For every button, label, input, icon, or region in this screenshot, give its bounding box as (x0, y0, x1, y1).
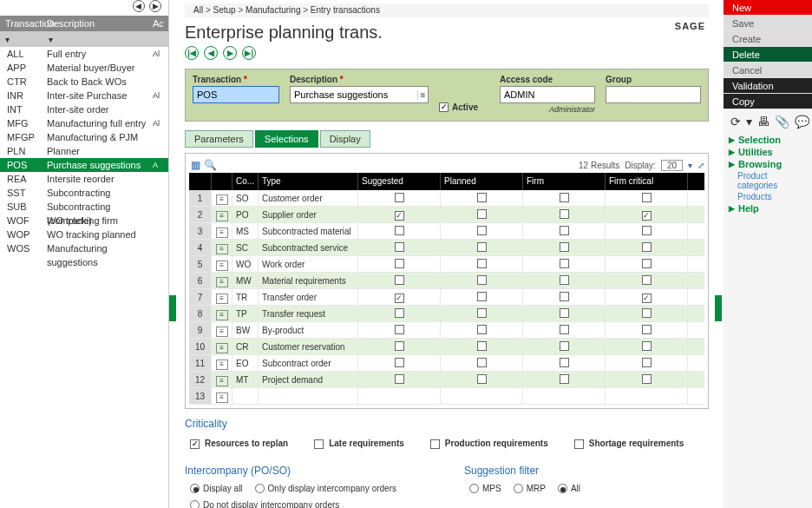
checkbox[interactable] (642, 275, 652, 285)
left-col-description[interactable]: Description (43, 16, 153, 31)
checkbox[interactable] (560, 275, 569, 285)
sidebar-item-all[interactable]: ALLFull entryAl (0, 47, 168, 61)
criticality-option[interactable]: Late requirements (314, 437, 404, 449)
checkbox[interactable] (395, 294, 404, 303)
checkbox[interactable] (642, 325, 652, 334)
checkbox[interactable] (642, 193, 652, 202)
checkbox[interactable] (477, 275, 487, 285)
menu-icon[interactable]: ≡ (417, 90, 428, 100)
cell-code[interactable]: SO (232, 190, 259, 206)
access-code-field[interactable]: 🔍 ≡ (500, 86, 595, 103)
sidebar-item-sub[interactable]: SUBSubcontracting (complete) (0, 200, 168, 214)
checkbox[interactable] (560, 193, 569, 202)
grid-col-type[interactable]: Type (259, 173, 358, 190)
cell-type[interactable]: Supplier order (259, 207, 358, 222)
checkbox[interactable] (477, 209, 487, 219)
checkbox[interactable] (560, 358, 569, 367)
save-button[interactable]: Save (724, 16, 812, 31)
row-menu-icon[interactable]: ≡ (216, 211, 228, 221)
sidebar-item-pos[interactable]: POSPurchase suggestionsA (0, 158, 168, 172)
checkbox[interactable] (314, 439, 324, 449)
delete-button[interactable]: Delete (724, 47, 812, 63)
checkbox[interactable] (574, 439, 584, 449)
checkbox[interactable] (560, 242, 569, 252)
group-field[interactable]: 🔍 ≡ (606, 86, 701, 103)
row-menu-icon[interactable]: ≡ (216, 360, 228, 370)
checkbox[interactable] (560, 308, 569, 318)
checkbox[interactable] (477, 308, 487, 318)
checkbox[interactable] (477, 341, 487, 351)
cell-type[interactable]: Subcontracted service (259, 240, 358, 255)
cell-type[interactable]: By-product (259, 322, 358, 338)
nav-utilities[interactable]: ▶Utilities (724, 146, 812, 158)
checkbox[interactable] (395, 341, 404, 351)
grid-expand-icon[interactable]: ⤢ (697, 161, 704, 170)
checkbox[interactable] (395, 374, 404, 384)
radio[interactable] (558, 484, 567, 493)
checkbox[interactable] (560, 374, 569, 384)
sidebar-item-inr[interactable]: INRInter-site PurchaseAl (0, 89, 168, 102)
cell-code[interactable] (232, 388, 259, 404)
description-input[interactable] (291, 89, 417, 100)
left-col-transaction[interactable]: Transaction (0, 16, 43, 31)
create-button[interactable]: Create (724, 31, 812, 47)
tab-display[interactable]: Display (320, 130, 370, 148)
breadcrumb-item[interactable]: Setup (213, 5, 236, 15)
grid-col-firm-critical[interactable]: Firm critical (606, 173, 688, 190)
grid-display-dropdown[interactable]: 20 (661, 160, 683, 171)
cell-code[interactable]: PO (232, 207, 259, 222)
attach-icon[interactable]: 📎 (775, 115, 789, 129)
cell-code[interactable]: BW (232, 322, 259, 338)
sidebar-item-wop[interactable]: WOPWO tracking planned (0, 228, 168, 241)
panel-collapse-right[interactable] (715, 295, 722, 321)
cancel-button[interactable]: Cancel (724, 63, 812, 78)
checkbox[interactable] (477, 193, 487, 202)
new-button[interactable]: New (724, 0, 812, 16)
breadcrumb-item[interactable]: Manufacturing (246, 5, 300, 15)
checkbox[interactable] (395, 358, 404, 367)
checkbox[interactable] (642, 294, 652, 303)
group-input[interactable] (606, 89, 733, 100)
grid-col-planned[interactable]: Planned (441, 173, 523, 190)
checkbox[interactable] (642, 341, 652, 351)
nav-help[interactable]: ▶Help (724, 202, 812, 214)
row-menu-icon[interactable]: ≡ (216, 327, 228, 337)
radio[interactable] (514, 484, 523, 493)
checkbox[interactable] (560, 259, 569, 268)
checkbox[interactable] (642, 259, 652, 268)
nav-selection[interactable]: ▶Selection (724, 134, 812, 146)
panel-collapse-left[interactable] (169, 295, 176, 321)
radio[interactable] (190, 484, 200, 493)
cell-type[interactable] (259, 388, 358, 404)
prev-record-icon[interactable]: ◀ (204, 46, 218, 60)
checkbox[interactable] (395, 275, 404, 285)
filter-icon[interactable]: ▾ (49, 35, 53, 44)
tab-selections[interactable]: Selections (255, 130, 318, 148)
radio[interactable] (469, 484, 479, 493)
radio-option[interactable]: Do not display intercompany orders (190, 500, 339, 508)
checkbox[interactable] (642, 308, 652, 318)
breadcrumb-item[interactable]: All (193, 5, 203, 15)
checkbox[interactable] (395, 259, 404, 268)
row-menu-icon[interactable]: ≡ (216, 310, 228, 320)
copy-button[interactable]: Copy (724, 94, 812, 109)
checkbox[interactable] (477, 358, 487, 367)
sidebar-item-mfg[interactable]: MFGManufacturing full entryAl (0, 116, 168, 130)
active-checkbox[interactable] (439, 102, 449, 112)
radio-option[interactable]: MRP (514, 484, 546, 493)
cell-code[interactable]: WO (232, 256, 259, 272)
grid-col-suggested[interactable]: Suggested (358, 173, 441, 190)
cell-type[interactable]: Subcontracted material (259, 223, 358, 239)
cell-code[interactable]: MS (232, 223, 259, 239)
first-record-icon[interactable]: |◀ (185, 46, 199, 60)
transaction-field[interactable]: 🔍 ≡ (193, 86, 279, 103)
sidebar-item-app[interactable]: APPMaterial buyer/Buyer (0, 61, 168, 75)
cell-code[interactable]: SC (232, 240, 259, 255)
cell-type[interactable]: Subcontract order (259, 355, 358, 371)
row-menu-icon[interactable]: ≡ (216, 294, 228, 304)
grid-options-icon[interactable]: ▾ (688, 161, 692, 170)
validation-button[interactable]: Validation (724, 78, 812, 94)
checkbox[interactable] (642, 242, 652, 252)
grid-col-code[interactable]: Co... (232, 173, 259, 190)
checkbox[interactable] (477, 259, 487, 268)
